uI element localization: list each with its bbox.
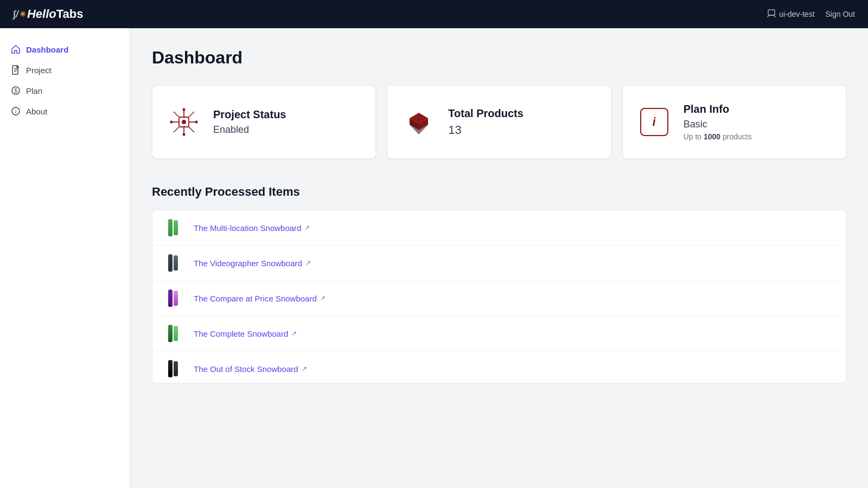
app-layout: Dashboard Project $ xyxy=(0,28,868,488)
info-box-icon: i xyxy=(638,106,671,138)
stat-plan-content: Plan Info Basic Up to 1000 products xyxy=(684,103,831,141)
recent-section-title: Recently Processed Items xyxy=(152,185,846,199)
stat-plan-label: Plan Info xyxy=(684,103,831,115)
circuit-icon xyxy=(168,106,200,138)
app-header: ∫/ ✳ Hello Tabs ui-dev-test Sign Out xyxy=(0,0,868,28)
sidebar-item-about[interactable]: i About xyxy=(0,101,130,121)
signout-button[interactable]: Sign Out xyxy=(826,10,855,18)
list-item[interactable]: The Out of Stock Snowboard ↗ xyxy=(152,351,846,383)
stat-products-value: 13 xyxy=(448,123,595,137)
dollar-icon: $ xyxy=(11,86,21,95)
external-link-icon: ↗ xyxy=(305,259,311,267)
header-right: ui-dev-test Sign Out xyxy=(767,9,855,20)
sidebar-plan-label: Plan xyxy=(26,86,42,95)
item-thumbnail xyxy=(163,253,183,273)
user-icon xyxy=(767,9,776,20)
svg-point-22 xyxy=(195,121,198,124)
item-name-1: The Multi-location Snowboard xyxy=(194,223,301,233)
logo-hello: Hello xyxy=(27,7,56,21)
snowboard-icon xyxy=(168,360,178,377)
dropbox-icon xyxy=(403,106,435,138)
sidebar-item-dashboard[interactable]: Dashboard xyxy=(0,39,130,60)
item-link-5[interactable]: The Out of Stock Snowboard ↗ xyxy=(194,364,307,374)
svg-point-19 xyxy=(183,108,186,111)
page-title: Dashboard xyxy=(152,48,846,68)
list-item[interactable]: The Multi-location Snowboard ↗ xyxy=(152,210,846,246)
stat-plan-sub: Up to 1000 products xyxy=(684,132,831,141)
logo: ∫/ ✳ Hello Tabs xyxy=(13,7,83,21)
sidebar-project-label: Project xyxy=(26,66,52,75)
sidebar-about-label: About xyxy=(26,107,47,116)
stat-card-total-products: Total Products 13 xyxy=(387,85,611,159)
stat-project-value: Enabled xyxy=(213,124,360,136)
item-name-5: The Out of Stock Snowboard xyxy=(194,364,298,374)
sidebar: Dashboard Project $ xyxy=(0,28,130,488)
info-icon: i xyxy=(640,108,668,136)
item-thumbnail xyxy=(163,359,183,378)
list-item[interactable]: The Complete Snowboard ↗ xyxy=(152,316,846,351)
stats-row: Project Status Enabled Total Produc xyxy=(152,85,846,159)
about-icon: i xyxy=(11,106,21,116)
item-thumbnail xyxy=(163,288,183,308)
external-link-icon: ↗ xyxy=(291,330,297,337)
svg-point-21 xyxy=(170,121,173,124)
stat-project-label: Project Status xyxy=(213,108,360,121)
item-link-2[interactable]: The Videographer Snowboard ↗ xyxy=(194,259,311,268)
snowboard-icon xyxy=(168,219,178,236)
svg-line-14 xyxy=(174,112,179,117)
logo-slash: ∫/ xyxy=(13,9,18,20)
stat-project-content: Project Status Enabled xyxy=(213,108,360,136)
svg-text:$: $ xyxy=(14,88,17,94)
svg-line-16 xyxy=(174,127,179,132)
stat-products-content: Total Products 13 xyxy=(448,107,595,137)
stat-card-plan-info: i Plan Info Basic Up to 1000 products xyxy=(622,85,846,159)
sidebar-item-project[interactable]: Project xyxy=(0,60,130,80)
item-thumbnail xyxy=(163,324,183,343)
header-user: ui-dev-test xyxy=(767,9,814,20)
item-name-4: The Complete Snowboard xyxy=(194,329,288,338)
svg-line-15 xyxy=(189,112,194,117)
external-link-icon: ↗ xyxy=(302,365,307,373)
sidebar-dashboard-label: Dashboard xyxy=(26,45,68,54)
list-item[interactable]: The Compare at Price Snowboard ↗ xyxy=(152,281,846,316)
logo-tabs: Tabs xyxy=(56,7,84,21)
list-item[interactable]: The Videographer Snowboard ↗ xyxy=(152,246,846,281)
item-link-4[interactable]: The Complete Snowboard ↗ xyxy=(194,329,297,338)
item-name-3: The Compare at Price Snowboard xyxy=(194,294,317,303)
snowboard-icon xyxy=(168,254,178,272)
svg-rect-0 xyxy=(768,10,775,15)
sidebar-item-plan[interactable]: $ Plan xyxy=(0,80,130,101)
file-icon xyxy=(11,65,21,75)
recent-items-container: The Multi-location Snowboard ↗ The Video… xyxy=(152,210,846,383)
svg-point-20 xyxy=(183,133,186,136)
item-thumbnail xyxy=(163,218,183,237)
svg-line-17 xyxy=(189,127,194,132)
logo-star-icon: ✳ xyxy=(20,10,26,18)
item-link-1[interactable]: The Multi-location Snowboard ↗ xyxy=(194,223,310,233)
stat-card-project-status: Project Status Enabled xyxy=(152,85,376,159)
external-link-icon: ↗ xyxy=(304,224,310,232)
svg-text:i: i xyxy=(15,108,16,114)
snowboard-icon xyxy=(168,325,178,342)
home-icon xyxy=(11,44,21,54)
item-link-3[interactable]: The Compare at Price Snowboard ↗ xyxy=(194,294,326,303)
main-content: Dashboard xyxy=(130,28,868,488)
external-link-icon: ↗ xyxy=(320,294,326,302)
snowboard-icon xyxy=(168,290,178,307)
item-name-2: The Videographer Snowboard xyxy=(194,259,302,268)
stat-products-label: Total Products xyxy=(448,107,595,120)
svg-point-18 xyxy=(182,120,186,124)
recent-items-list: The Multi-location Snowboard ↗ The Video… xyxy=(152,210,846,383)
header-username: ui-dev-test xyxy=(779,10,814,18)
stat-plan-value: Basic xyxy=(684,119,831,130)
